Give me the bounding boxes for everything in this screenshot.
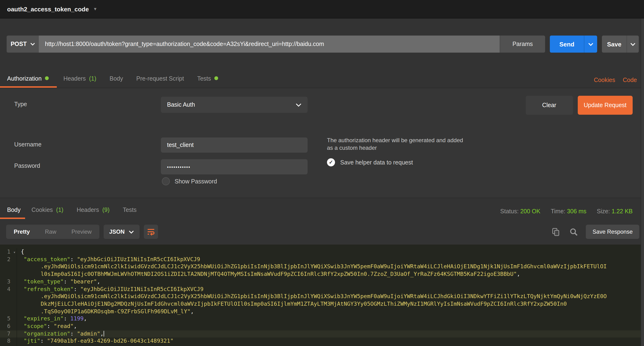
code-line-text: "expires_in": 1199, (17, 315, 87, 323)
show-password-label: Show Password (174, 178, 217, 185)
code-line-text: "organization": "admin", (17, 330, 104, 337)
url-row: POST Params Send Save (0, 19, 644, 71)
format-select[interactable]: JSON (104, 225, 140, 239)
code-row[interactable]: 8"jti": "7490a1bf-ea93-4269-bd26-0643c14… (0, 338, 644, 345)
save-helper-label: Save helper data to request (340, 159, 413, 166)
code-line-text: "jti": "7490a1bf-ea93-4269-bd26-0643c148… (17, 338, 174, 345)
authorization-status-dot (45, 76, 49, 80)
search-icon (570, 228, 578, 236)
send-button[interactable]: Send (550, 36, 584, 53)
response-toolbar: Pretty Raw Preview JSON (0, 219, 644, 245)
line-number: 9 (0, 345, 17, 346)
fold-icon[interactable]: ▾ (13, 249, 16, 256)
time-value: 306 ms (567, 208, 586, 215)
code-line-text: .eyJhdWQiOlsicm91cmNlc2lkIiwidGVzdCJdLCJ… (17, 293, 606, 300)
params-button[interactable]: Params (500, 36, 545, 53)
code-row[interactable]: 7"organization": "admin", (0, 330, 644, 337)
code-row[interactable]: 6"scope": "read", (0, 323, 644, 330)
wrap-lines-button[interactable] (144, 225, 158, 239)
url-input[interactable] (39, 36, 500, 53)
response-tab-cookies[interactable]: Cookies(1) (25, 204, 70, 219)
code-line-text: "token_type": "bearer", (17, 278, 100, 286)
format-value: JSON (109, 228, 124, 235)
copy-button[interactable] (551, 227, 562, 237)
tab-headers[interactable]: Headers(1) (57, 73, 103, 88)
postman-window: oauth2_access_token_code ▼ POST Params S… (0, 0, 644, 346)
send-caret-icon (588, 42, 593, 46)
time-label: Time: (551, 208, 566, 215)
show-password-radio-icon[interactable] (162, 177, 170, 185)
checkmark-icon[interactable]: ✓ (327, 158, 335, 166)
method-label: POST (11, 41, 27, 47)
cookies-link[interactable]: Cookies (594, 74, 615, 86)
code-lines: 1▾{2"access_token": "eyJhbGciOiJIUzI1NiI… (0, 248, 644, 346)
search-button[interactable] (568, 227, 579, 237)
tab-caret-icon[interactable]: ▼ (93, 7, 97, 11)
scrollbar[interactable] (641, 19, 644, 346)
save-button[interactable]: Save (602, 36, 626, 53)
line-number: 6 (0, 323, 17, 330)
method-select[interactable]: POST (6, 36, 39, 53)
code-row[interactable]: l0sImp0aSI6Ijc0OTBhMWJmLWVhOTMtNDI2OS1iZ… (0, 271, 644, 278)
line-number: 5 (0, 315, 17, 323)
code-line-text: .eyJhdWQiOlsicm91cmNlc2lkIiwidGVzdCJdLCJ… (17, 263, 606, 271)
response-tab-tests[interactable]: Tests (116, 204, 143, 219)
authorization-panel: Type Basic Auth Clear Update Request Use… (0, 88, 644, 198)
code-row[interactable]: 3"token_type": "bearer", (0, 278, 644, 286)
line-number (0, 293, 17, 300)
response-body-editor[interactable]: 1▾{2"access_token": "eyJhbGciOiJIUzI1NiI… (0, 245, 644, 346)
size-value: 1.22 KB (612, 208, 633, 215)
tab-pre-request-script[interactable]: Pre-request Script (130, 73, 190, 88)
code-row[interactable]: 2"access_token": "eyJhbGciOiJIUzI1NiIsIn… (0, 256, 644, 263)
code-row[interactable]: .TqS0oyO0IP1a6DKROsqbm-C9ZFrbSGlFh969DLv… (0, 308, 644, 315)
code-line-text: "refresh_token": "eyJhbGciOiJIUzI1NiIsIn… (17, 286, 204, 293)
url-bar: POST Params (6, 36, 545, 53)
show-password-toggle[interactable]: Show Password (162, 177, 217, 185)
send-button-group: Send (550, 36, 597, 53)
username-label: Username (14, 141, 42, 148)
tab-authorization[interactable]: Authorization (0, 73, 57, 88)
line-number: 2 (0, 256, 17, 263)
code-row[interactable]: 4"refresh_token": "eyJhbGciOiJIUzI1NiIsI… (0, 286, 644, 293)
save-helper-checkbox[interactable]: ✓ Save helper data to request (327, 158, 413, 166)
auth-type-value: Basic Auth (167, 101, 296, 108)
code-line-text: { (17, 248, 24, 256)
line-number: 7 (0, 330, 17, 337)
code-row[interactable]: DkzMjEiLCJleHAiOjE1NDg2MDQzNjUsImF1dGhvc… (0, 300, 644, 308)
view-mode-preview[interactable]: Preview (64, 225, 99, 239)
save-options-button[interactable] (626, 36, 639, 53)
code-row[interactable]: 1▾{ (0, 248, 644, 256)
tab-tests[interactable]: Tests (190, 73, 224, 88)
code-row[interactable]: 5"expires_in": 1199, (0, 315, 644, 323)
send-options-button[interactable] (584, 36, 597, 53)
text-cursor (104, 330, 104, 336)
code-link[interactable]: Code (623, 74, 637, 86)
response-tab-body[interactable]: Body (0, 204, 25, 219)
type-caret-icon (296, 103, 302, 106)
code-row[interactable]: 9} (0, 345, 644, 346)
wrap-text-icon (147, 228, 156, 236)
tests-status-dot (214, 76, 218, 80)
code-row[interactable]: .eyJhdWQiOlsicm91cmNlc2lkIiwidGVzdCJdLCJ… (0, 263, 644, 271)
response-tabs: Body Cookies(1) Headers(9) Tests Status:… (0, 198, 644, 219)
auth-type-select[interactable]: Basic Auth (161, 97, 308, 113)
auth-buttons: Clear Update Request (526, 96, 633, 115)
line-number: 3 (0, 278, 17, 286)
save-caret-icon (630, 42, 636, 46)
response-tab-headers[interactable]: Headers(9) (70, 204, 116, 219)
line-number: 1▾ (0, 248, 17, 256)
update-request-button[interactable]: Update Request (578, 96, 633, 115)
clear-button[interactable]: Clear (526, 96, 573, 115)
code-line-text: } (17, 345, 24, 346)
save-button-group: Save (602, 36, 639, 53)
code-row[interactable]: .eyJhdWQiOlsicm91cmNlc2lkIiwidGVzdCJdLCJ… (0, 293, 644, 300)
view-mode-raw[interactable]: Raw (38, 225, 64, 239)
view-mode-pretty[interactable]: Pretty (6, 225, 38, 239)
password-label: Password (14, 162, 40, 169)
save-response-button[interactable]: Save Response (586, 225, 639, 239)
username-field[interactable] (161, 137, 308, 153)
password-field[interactable] (161, 159, 308, 175)
tab-body[interactable]: Body (103, 73, 130, 88)
code-line-text: .TqS0oyO0IP1a6DKROsqbm-C9ZFrbSGlFh969DLv… (17, 308, 194, 315)
request-tab-title[interactable]: oauth2_access_token_code (7, 6, 89, 13)
